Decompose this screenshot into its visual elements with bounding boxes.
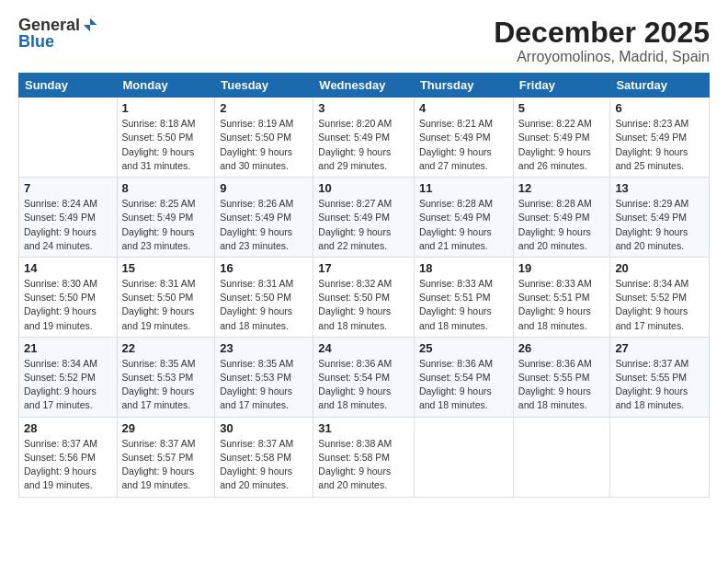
day-number: 27 xyxy=(615,341,704,355)
calendar-cell-w3-d3: 16Sunrise: 8:31 AMSunset: 5:50 PMDayligh… xyxy=(215,257,313,337)
calendar-cell-w1-d6: 5Sunrise: 8:22 AMSunset: 5:49 PMDaylight… xyxy=(513,98,610,178)
svg-marker-0 xyxy=(84,18,97,31)
day-info: Sunrise: 8:34 AMSunset: 5:52 PMDaylight:… xyxy=(615,277,704,333)
calendar-cell-w3-d4: 17Sunrise: 8:32 AMSunset: 5:50 PMDayligh… xyxy=(313,257,415,337)
day-number: 12 xyxy=(518,181,606,195)
page-container: General Blue December 2025 Arroyomolinos… xyxy=(0,0,728,563)
day-number: 28 xyxy=(24,421,112,435)
day-info: Sunrise: 8:34 AMSunset: 5:52 PMDaylight:… xyxy=(24,357,112,413)
calendar-cell-w1-d2: 1Sunrise: 8:18 AMSunset: 5:50 PMDaylight… xyxy=(117,98,215,178)
day-info: Sunrise: 8:19 AMSunset: 5:50 PMDaylight:… xyxy=(220,117,308,173)
calendar-header-row: Sunday Monday Tuesday Wednesday Thursday… xyxy=(19,74,710,98)
day-info: Sunrise: 8:35 AMSunset: 5:53 PMDaylight:… xyxy=(122,357,210,413)
calendar-cell-w3-d7: 20Sunrise: 8:34 AMSunset: 5:52 PMDayligh… xyxy=(610,257,710,337)
day-number: 5 xyxy=(518,101,606,115)
day-info: Sunrise: 8:25 AMSunset: 5:49 PMDaylight:… xyxy=(122,197,210,253)
logo-blue: Blue xyxy=(18,33,54,50)
calendar-week-1: 1Sunrise: 8:18 AMSunset: 5:50 PMDaylight… xyxy=(19,98,710,178)
calendar-cell-w1-d5: 4Sunrise: 8:21 AMSunset: 5:49 PMDaylight… xyxy=(414,98,513,178)
calendar-cell-w5-d4: 31Sunrise: 8:38 AMSunset: 5:58 PMDayligh… xyxy=(313,417,415,497)
day-number: 18 xyxy=(419,261,508,275)
calendar-week-5: 28Sunrise: 8:37 AMSunset: 5:56 PMDayligh… xyxy=(19,417,710,497)
day-number: 9 xyxy=(220,181,308,195)
calendar-cell-w4-d5: 25Sunrise: 8:36 AMSunset: 5:54 PMDayligh… xyxy=(414,337,513,417)
day-info: Sunrise: 8:35 AMSunset: 5:53 PMDaylight:… xyxy=(220,357,308,413)
calendar-cell-w5-d5 xyxy=(414,417,513,497)
day-number: 3 xyxy=(318,101,409,115)
calendar-cell-w4-d4: 24Sunrise: 8:36 AMSunset: 5:54 PMDayligh… xyxy=(313,337,415,417)
day-info: Sunrise: 8:33 AMSunset: 5:51 PMDaylight:… xyxy=(419,277,508,333)
day-info: Sunrise: 8:38 AMSunset: 5:58 PMDaylight:… xyxy=(318,437,409,493)
day-info: Sunrise: 8:18 AMSunset: 5:50 PMDaylight:… xyxy=(122,117,210,173)
calendar-cell-w5-d3: 30Sunrise: 8:37 AMSunset: 5:58 PMDayligh… xyxy=(215,417,313,497)
calendar-cell-w1-d3: 2Sunrise: 8:19 AMSunset: 5:50 PMDaylight… xyxy=(215,98,313,178)
day-info: Sunrise: 8:36 AMSunset: 5:54 PMDaylight:… xyxy=(318,357,409,413)
day-info: Sunrise: 8:31 AMSunset: 5:50 PMDaylight:… xyxy=(122,277,210,333)
calendar-cell-w4-d7: 27Sunrise: 8:37 AMSunset: 5:55 PMDayligh… xyxy=(610,337,710,417)
calendar-cell-w3-d6: 19Sunrise: 8:33 AMSunset: 5:51 PMDayligh… xyxy=(513,257,610,337)
day-info: Sunrise: 8:37 AMSunset: 5:55 PMDaylight:… xyxy=(615,357,704,413)
day-number: 11 xyxy=(419,181,508,195)
day-number: 14 xyxy=(24,261,112,275)
day-info: Sunrise: 8:27 AMSunset: 5:49 PMDaylight:… xyxy=(318,197,409,253)
calendar-cell-w3-d1: 14Sunrise: 8:30 AMSunset: 5:50 PMDayligh… xyxy=(19,257,118,337)
calendar-cell-w1-d4: 3Sunrise: 8:20 AMSunset: 5:49 PMDaylight… xyxy=(313,98,415,178)
day-number: 21 xyxy=(24,341,112,355)
day-info: Sunrise: 8:21 AMSunset: 5:49 PMDaylight:… xyxy=(419,117,508,173)
calendar-cell-w2-d5: 11Sunrise: 8:28 AMSunset: 5:49 PMDayligh… xyxy=(414,178,513,258)
logo-general: General xyxy=(18,17,80,33)
day-number: 7 xyxy=(24,181,112,195)
day-number: 17 xyxy=(318,261,409,275)
day-info: Sunrise: 8:24 AMSunset: 5:49 PMDaylight:… xyxy=(24,197,112,253)
header-monday: Monday xyxy=(117,74,215,98)
day-number: 15 xyxy=(122,261,210,275)
calendar-cell-w2-d1: 7Sunrise: 8:24 AMSunset: 5:49 PMDaylight… xyxy=(19,178,118,258)
day-number: 26 xyxy=(518,341,606,355)
day-number: 24 xyxy=(318,341,409,355)
day-info: Sunrise: 8:32 AMSunset: 5:50 PMDaylight:… xyxy=(318,277,409,333)
calendar-cell-w5-d1: 28Sunrise: 8:37 AMSunset: 5:56 PMDayligh… xyxy=(19,417,118,497)
calendar-cell-w2-d2: 8Sunrise: 8:25 AMSunset: 5:49 PMDaylight… xyxy=(117,178,215,258)
calendar-cell-w2-d7: 13Sunrise: 8:29 AMSunset: 5:49 PMDayligh… xyxy=(610,178,710,258)
header: General Blue December 2025 Arroyomolinos… xyxy=(18,17,710,65)
header-tuesday: Tuesday xyxy=(215,74,313,98)
month-title: December 2025 xyxy=(494,17,710,49)
calendar-cell-w3-d5: 18Sunrise: 8:33 AMSunset: 5:51 PMDayligh… xyxy=(414,257,513,337)
calendar-cell-w4-d1: 21Sunrise: 8:34 AMSunset: 5:52 PMDayligh… xyxy=(19,337,118,417)
day-number: 10 xyxy=(318,181,409,195)
day-info: Sunrise: 8:36 AMSunset: 5:54 PMDaylight:… xyxy=(419,357,508,413)
day-info: Sunrise: 8:37 AMSunset: 5:58 PMDaylight:… xyxy=(220,437,308,493)
day-number: 19 xyxy=(518,261,606,275)
header-wednesday: Wednesday xyxy=(313,74,415,98)
day-number: 22 xyxy=(122,341,210,355)
calendar-week-3: 14Sunrise: 8:30 AMSunset: 5:50 PMDayligh… xyxy=(19,257,710,337)
calendar-week-4: 21Sunrise: 8:34 AMSunset: 5:52 PMDayligh… xyxy=(19,337,710,417)
day-number: 16 xyxy=(220,261,308,275)
day-number: 8 xyxy=(122,181,210,195)
logo: General Blue xyxy=(18,17,98,50)
day-number: 25 xyxy=(419,341,508,355)
calendar-cell-w4-d2: 22Sunrise: 8:35 AMSunset: 5:53 PMDayligh… xyxy=(117,337,215,417)
day-info: Sunrise: 8:28 AMSunset: 5:49 PMDaylight:… xyxy=(518,197,606,253)
day-number: 2 xyxy=(220,101,308,115)
calendar-cell-w4-d6: 26Sunrise: 8:36 AMSunset: 5:55 PMDayligh… xyxy=(513,337,610,417)
calendar-cell-w2-d6: 12Sunrise: 8:28 AMSunset: 5:49 PMDayligh… xyxy=(513,178,610,258)
day-number: 1 xyxy=(122,101,210,115)
calendar-cell-w1-d7: 6Sunrise: 8:23 AMSunset: 5:49 PMDaylight… xyxy=(610,98,710,178)
location-subtitle: Arroyomolinos, Madrid, Spain xyxy=(494,49,710,65)
day-info: Sunrise: 8:33 AMSunset: 5:51 PMDaylight:… xyxy=(518,277,606,333)
day-info: Sunrise: 8:23 AMSunset: 5:49 PMDaylight:… xyxy=(615,117,704,173)
header-friday: Friday xyxy=(513,74,610,98)
calendar-cell-w5-d6 xyxy=(513,417,610,497)
day-info: Sunrise: 8:20 AMSunset: 5:49 PMDaylight:… xyxy=(318,117,409,173)
calendar-cell-w2-d3: 9Sunrise: 8:26 AMSunset: 5:49 PMDaylight… xyxy=(215,178,313,258)
day-info: Sunrise: 8:28 AMSunset: 5:49 PMDaylight:… xyxy=(419,197,508,253)
day-info: Sunrise: 8:22 AMSunset: 5:49 PMDaylight:… xyxy=(518,117,606,173)
logo-icon xyxy=(82,17,98,33)
day-info: Sunrise: 8:36 AMSunset: 5:55 PMDaylight:… xyxy=(518,357,606,413)
calendar-cell-w4-d3: 23Sunrise: 8:35 AMSunset: 5:53 PMDayligh… xyxy=(215,337,313,417)
calendar-cell-w5-d7 xyxy=(610,417,710,497)
header-thursday: Thursday xyxy=(414,74,513,98)
calendar-table: Sunday Monday Tuesday Wednesday Thursday… xyxy=(18,73,710,497)
day-info: Sunrise: 8:26 AMSunset: 5:49 PMDaylight:… xyxy=(220,197,308,253)
